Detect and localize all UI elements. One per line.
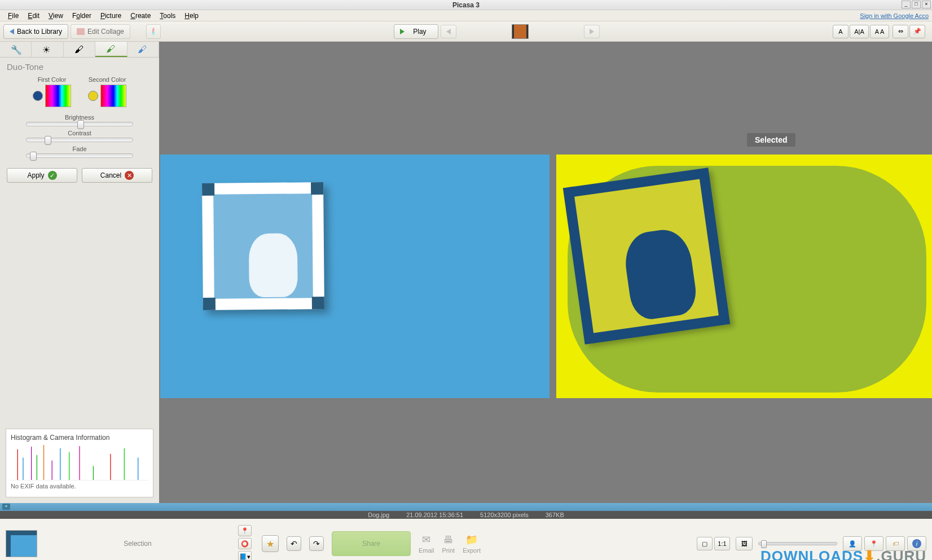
menu-tools[interactable]: Tools <box>155 11 180 21</box>
tray-thumbnail[interactable] <box>6 530 37 557</box>
second-color-swatch[interactable] <box>88 91 98 101</box>
selection-label: Selection <box>42 540 234 548</box>
status-dimensions: 5120x3200 pixels <box>480 512 529 518</box>
prev-button <box>441 25 456 38</box>
photo-tray: Selection 📍 ⭕ 📘▾ ★ ↶ ↷ Share ✉ Email 🖶 P… <box>0 519 932 560</box>
arrow-right-icon <box>590 29 594 34</box>
play-button[interactable]: Play <box>394 24 438 39</box>
cancel-button[interactable]: Cancel ✕ <box>82 168 152 183</box>
main-toolbar: Back to Library Edit Collage Play A A|A … <box>0 21 932 42</box>
map-pin-icon: 📍 <box>870 540 878 548</box>
fade-slider[interactable] <box>26 153 133 158</box>
tray-collapse-bar[interactable]: « <box>0 503 932 511</box>
tab-effects2[interactable]: 🖌 <box>95 42 127 57</box>
menu-folder[interactable]: Folder <box>68 11 96 21</box>
tab-effects1[interactable]: 🖌 <box>64 42 95 57</box>
email-button[interactable]: ✉ Email <box>419 533 434 554</box>
hold-button[interactable]: 📍 <box>238 525 252 536</box>
clear-icon: ⭕ <box>241 540 249 548</box>
cross-icon: ✕ <box>125 171 134 180</box>
effect-title: Duo-Tone <box>7 62 152 72</box>
brush-blue-icon: 🖌 <box>138 45 148 55</box>
back-to-library-label: Back to Library <box>17 28 62 36</box>
rotate-left-icon: ↶ <box>291 539 297 548</box>
tab-effects3[interactable]: 🖌 <box>128 42 159 57</box>
caption-aa-button[interactable]: A|A <box>850 25 869 38</box>
first-color-swatch[interactable] <box>33 91 43 101</box>
photo-card <box>563 167 730 344</box>
next-button <box>584 25 600 38</box>
second-color-picker[interactable] <box>100 85 126 107</box>
sign-in-link[interactable]: Sign in with Google Acco <box>860 12 929 19</box>
menu-create[interactable]: Create <box>126 11 155 21</box>
watermark: DOWNLOADS⬇.GURU <box>760 548 926 560</box>
collapse-handle-icon[interactable]: « <box>2 504 10 510</box>
menu-view[interactable]: View <box>44 11 68 21</box>
rotate-right-icon: ↷ <box>313 539 320 548</box>
pin-icon: 📍 <box>241 527 249 535</box>
preview-image-left[interactable] <box>160 155 549 398</box>
export-button[interactable]: 📁 Export <box>463 533 481 554</box>
fade-label: Fade <box>7 145 152 152</box>
apply-label: Apply <box>27 171 44 179</box>
collage-icon <box>77 28 85 35</box>
share-button[interactable]: Share <box>332 531 411 556</box>
edit-collage-label: Edit Collage <box>87 28 124 36</box>
filmstrip-thumb[interactable] <box>512 24 529 39</box>
star-button[interactable]: ★ <box>262 535 279 552</box>
arrow-left-icon <box>10 29 14 34</box>
apply-button[interactable]: Apply ✓ <box>7 168 77 183</box>
first-color-picker[interactable] <box>45 85 71 107</box>
watermark-part1: DOWNLOADS <box>760 548 863 560</box>
left-panel: 🔧 ☀ 🖌 🖌 🖌 Duo-Tone First Color Second Co… <box>0 42 159 503</box>
share-label: Share <box>362 540 380 548</box>
minimize-button[interactable]: _ <box>902 1 911 8</box>
menu-help[interactable]: Help <box>180 11 203 21</box>
wrench-icon: 🔧 <box>11 45 21 55</box>
fit-button[interactable]: ⇔ <box>893 25 908 38</box>
close-button[interactable]: × <box>922 1 931 8</box>
caption-aa2-button[interactable]: A A <box>870 25 889 38</box>
tab-tuning[interactable]: ☀ <box>32 42 63 57</box>
sun-icon: ☀ <box>42 45 52 55</box>
menu-file[interactable]: File <box>3 11 23 21</box>
print-icon: 🖶 <box>443 534 454 546</box>
clear-button[interactable]: ⭕ <box>238 538 252 549</box>
dog-image <box>248 233 297 297</box>
print-button[interactable]: 🖶 Print <box>442 534 455 554</box>
brightness-slider[interactable] <box>26 122 133 126</box>
selected-badge: Selected <box>747 133 795 147</box>
brush-icon: 🖌 <box>74 45 85 55</box>
email-icon: ✉ <box>422 533 430 546</box>
edit-collage-button: Edit Collage <box>71 24 130 39</box>
zoom-slider[interactable] <box>758 542 837 545</box>
rotate-right-button[interactable]: ↷ <box>309 536 324 551</box>
rotate-left-button[interactable]: ↶ <box>287 536 301 551</box>
image-canvas: Selected <box>159 42 932 503</box>
back-to-library-button[interactable]: Back to Library <box>3 24 68 39</box>
info-icon: i <box>912 539 921 548</box>
menu-picture[interactable]: Picture <box>96 11 126 21</box>
dog-image-2 <box>622 227 699 322</box>
tab-basic-fixes[interactable]: 🔧 <box>0 42 32 57</box>
title-bar: Picasa 3 _ □ × <box>0 0 932 10</box>
star-icon: ★ <box>266 539 274 549</box>
person-icon: 👤 <box>849 540 856 548</box>
watermark-arrow-icon: ⬇ <box>863 548 876 560</box>
photo-viewer-button[interactable]: 🖼 <box>736 537 753 550</box>
preview-image-right[interactable] <box>556 155 932 398</box>
menu-edit[interactable]: Edit <box>23 11 44 21</box>
caption-a-button[interactable]: A <box>833 25 849 38</box>
histogram-chart <box>11 444 148 480</box>
export-label: Export <box>463 547 481 554</box>
photo-frame <box>202 182 324 310</box>
pin-button[interactable]: 📌 <box>909 25 925 38</box>
contrast-slider[interactable] <box>26 138 133 142</box>
contrast-label: Contrast <box>7 130 152 136</box>
add-to-button[interactable]: 📘▾ <box>238 551 252 560</box>
view-actual-button[interactable]: 1:1 <box>714 537 730 550</box>
check-icon: ✓ <box>48 171 57 180</box>
histogram-title: Histogram & Camera Information <box>11 434 148 442</box>
view-single-button[interactable]: ▢ <box>697 537 713 550</box>
maximize-button[interactable]: □ <box>912 1 921 8</box>
